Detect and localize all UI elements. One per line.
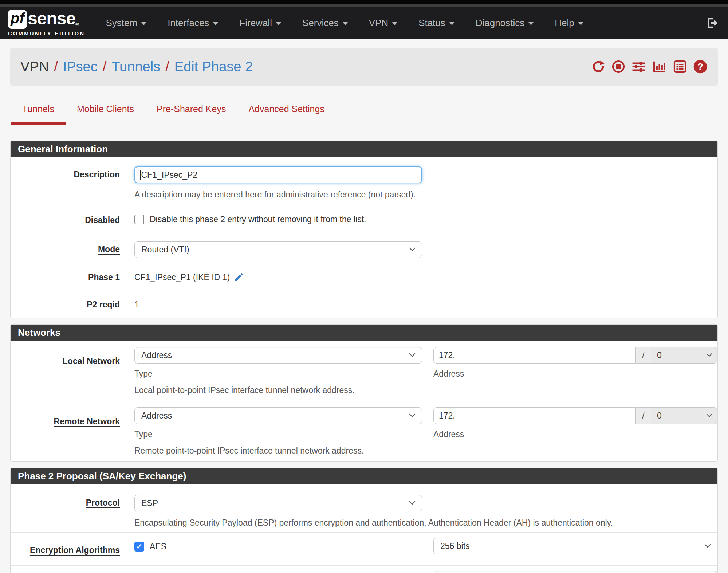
chevron-down-icon (409, 351, 416, 357)
disabled-checkbox[interactable] (134, 215, 144, 224)
chevron-down-icon (409, 411, 416, 417)
pfsense-edition-label: COMMUNITY EDITION (8, 31, 85, 36)
nav-item-vpn[interactable]: VPN (358, 7, 408, 39)
aes-keylen-select[interactable]: 256 bits (433, 538, 717, 554)
remote-network-slash-addon: / (636, 407, 651, 424)
encryption-algorithms-label: Encryption Algorithms (11, 538, 134, 555)
remote-network-prefix-select[interactable]: 0 (651, 407, 717, 424)
breadcrumb-separator: / (165, 59, 169, 75)
disabled-checkbox-label: Disable this phase 2 entry without remov… (150, 215, 366, 224)
chevron-down-icon (528, 22, 534, 25)
nav-item-firewall[interactable]: Firewall (229, 7, 292, 39)
protocol-label: Protocol (11, 495, 134, 528)
disabled-label: Disabled (11, 215, 134, 225)
tab-bar: Tunnels Mobile Clients Pre-Shared Keys A… (10, 104, 718, 125)
panel-phase2-proposal-title: Phase 2 Proposal (SA/Key Exchange) (11, 468, 717, 484)
chevron-down-icon (409, 499, 416, 505)
chevron-down-icon (276, 22, 281, 25)
local-network-address-caption: Address (433, 369, 717, 379)
top-strip-secondary (0, 4, 728, 7)
breadcrumb-vpn: VPN (20, 59, 49, 75)
mode-select[interactable]: Routed (VTI) (134, 241, 422, 258)
main-navbar: pf sense ® COMMUNITY EDITION System Inte… (0, 7, 728, 39)
breadcrumb-edit-phase2-link[interactable]: Edit Phase 2 (174, 59, 253, 75)
chevron-down-icon (707, 412, 712, 417)
protocol-select[interactable]: ESP (134, 495, 422, 511)
chevron-down-icon (449, 22, 454, 25)
row-encryption-aes128gcm: AES128-GCM Auto (11, 566, 717, 573)
local-network-address-input[interactable]: 172. (433, 347, 636, 364)
breadcrumb-separator: / (103, 59, 107, 75)
chevron-down-icon (705, 542, 711, 548)
bar-chart-icon[interactable] (652, 60, 667, 74)
nav-item-status[interactable]: Status (408, 7, 465, 39)
registered-mark: ® (75, 22, 79, 27)
row-encryption-aes: Encryption Algorithms ✓ AES 256 bits (11, 533, 717, 566)
pencil-icon[interactable] (233, 272, 244, 283)
text-cursor (140, 170, 141, 180)
breadcrumb-tunnels-link[interactable]: Tunnels (111, 59, 160, 75)
row-local-network: Local Network Address Type Local point-t… (11, 341, 717, 400)
svg-text:?: ? (697, 62, 703, 72)
panel-networks: Networks Local Network Address Type Loca… (10, 324, 718, 462)
row-p2-reqid: P2 reqid 1 (11, 291, 717, 318)
description-help-text: A description may be entered here for ad… (134, 190, 707, 200)
protocol-help: Encapsulating Security Payload (ESP) per… (134, 518, 707, 528)
aes-checkbox[interactable]: ✓ (134, 542, 144, 552)
page-action-icons: ? (591, 59, 708, 74)
chevron-down-icon (213, 22, 218, 25)
nav-item-system[interactable]: System (95, 7, 157, 39)
tab-pre-shared-keys[interactable]: Pre-Shared Keys (145, 104, 237, 125)
local-network-type-caption: Type (134, 369, 422, 379)
phase1-label: Phase 1 (11, 272, 134, 283)
nav-item-help[interactable]: Help (544, 7, 594, 39)
panel-general-information-title: General Information (11, 141, 717, 157)
chevron-down-icon (141, 22, 146, 25)
pfsense-logo-sense: sense (28, 10, 75, 27)
row-protocol: Protocol ESP Encapsulating Security Payl… (11, 484, 717, 533)
pfsense-logo[interactable]: pf sense ® COMMUNITY EDITION (8, 10, 85, 36)
local-network-type-select[interactable]: Address (134, 347, 422, 364)
help-icon[interactable]: ? (693, 59, 708, 74)
top-strip (0, 0, 728, 4)
mode-label: Mode (11, 241, 134, 258)
row-remote-network: Remote Network Address Type Remote point… (11, 400, 717, 461)
nav-item-services[interactable]: Services (292, 7, 358, 39)
panel-networks-title: Networks (11, 325, 717, 341)
phase1-value: CF1_IPsec_P1 (IKE ID 1) (134, 272, 230, 282)
local-network-help: Local point-to-point IPsec interface tun… (134, 385, 422, 395)
list-icon[interactable] (673, 60, 687, 74)
description-input[interactable]: CF1_IPsec_P2 (134, 166, 422, 183)
chevron-down-icon (578, 22, 583, 25)
p2-reqid-label: P2 reqid (11, 300, 134, 310)
aes128gcm-keylen-select[interactable]: Auto (433, 571, 717, 573)
sliders-icon[interactable] (631, 60, 646, 74)
tab-tunnels[interactable]: Tunnels (11, 104, 66, 125)
remote-network-address-input[interactable]: 172. (433, 407, 636, 424)
sign-out-icon[interactable] (705, 16, 720, 30)
remote-network-address-group: 172. / 0 (433, 407, 717, 424)
tab-mobile-clients[interactable]: Mobile Clients (66, 104, 145, 125)
description-label: Description (11, 166, 134, 200)
remote-network-address-caption: Address (433, 429, 717, 439)
chevron-down-icon (409, 245, 416, 251)
chevron-down-icon (707, 351, 712, 357)
tab-advanced-settings[interactable]: Advanced Settings (237, 104, 335, 125)
remote-network-type-caption: Type (134, 429, 422, 439)
nav-item-diagnostics[interactable]: Diagnostics (465, 7, 544, 39)
local-network-label: Local Network (11, 347, 134, 395)
encryption-row2-label-spacer (11, 571, 134, 573)
remote-network-label: Remote Network (11, 407, 134, 456)
local-network-prefix-select[interactable]: 0 (651, 347, 717, 364)
nav-item-interfaces[interactable]: Interfaces (157, 7, 229, 39)
navbar-menu: System Interfaces Firewall Services VPN … (95, 7, 594, 39)
remote-network-type-select[interactable]: Address (134, 407, 422, 424)
row-phase1: Phase 1 CF1_IPsec_P1 (IKE ID 1) (11, 264, 717, 291)
chevron-down-icon (343, 22, 348, 25)
aes-checkbox-label: AES (150, 542, 166, 552)
breadcrumb-separator: / (54, 59, 58, 75)
stop-circle-icon[interactable] (611, 60, 625, 74)
refresh-icon[interactable] (591, 60, 605, 74)
breadcrumb-ipsec-link[interactable]: IPsec (63, 59, 98, 75)
breadcrumb: VPN / IPsec / Tunnels / Edit Phase 2 (20, 59, 253, 75)
